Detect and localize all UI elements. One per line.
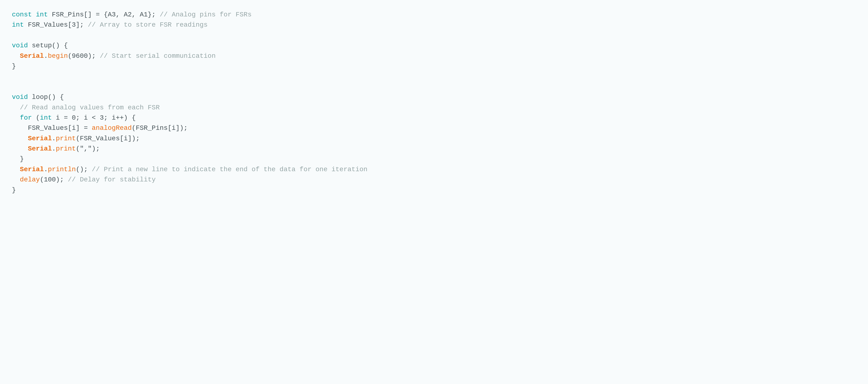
code-line: delay(100); // Delay for stability [12,175,856,185]
code-segment-normal: . [44,52,48,60]
code-segment-normal: . [44,166,48,173]
code-segment-normal: } [12,155,24,163]
code-line: FSR_Values[i] = analogRead(FSR_Pins[i]); [12,123,856,133]
code-segment-normal: } [12,186,16,194]
code-line: void loop() { [12,92,856,102]
code-segment-normal: . [52,145,56,152]
code-segment-comment: // Array to store FSR readings [88,21,208,29]
code-segment-kw-type: for [20,114,32,121]
code-line: Serial.begin(9600); // Start serial comm… [12,51,856,61]
code-segment-normal: FSR_Values[i] = [12,124,92,132]
code-segment-normal: ( [32,114,40,121]
code-line: // Read analog values from each FSR [12,102,856,113]
code-editor: const int FSR_Pins[] = {A3, A2, A1}; // … [12,9,856,195]
code-segment-normal: i = 0; i < 3; i++) { [52,114,136,121]
code-segment-kw-type: void [12,93,28,101]
code-segment-kw-serial: Serial [28,145,52,152]
code-line: } [12,185,856,195]
code-segment-normal [12,145,28,152]
code-segment-normal [12,104,20,111]
code-line: for (int i = 0; i < 3; i++) { [12,113,856,123]
code-segment-kw-function: delay [20,176,40,183]
code-segment-kw-function: println [48,166,76,173]
code-line: Serial.print(FSR_Values[i]); [12,134,856,144]
code-segment-normal: . [52,135,56,142]
code-segment-comment: // Print a new line to indicate the end … [92,166,367,173]
code-segment-kw-serial: Serial [28,135,52,142]
code-segment-kw-type: int [12,21,24,29]
code-segment-kw-type: const int [12,11,48,18]
code-segment-comment: // Read analog values from each FSR [20,104,160,111]
code-segment-kw-function: print [56,145,76,152]
code-segment-normal [12,135,28,142]
code-segment-kw-type: void [12,42,28,49]
code-line: void setup() { [12,40,856,51]
code-segment-kw-type: int [40,114,52,121]
code-segment-normal: (9600); [68,52,100,60]
code-segment-kw-serial: Serial [20,52,44,60]
code-segment-normal: (FSR_Pins[i]); [132,124,188,132]
code-line: const int FSR_Pins[] = {A3, A2, A1}; // … [12,9,856,20]
code-segment-normal [12,52,20,60]
code-segment-kw-function: analogRead [92,124,132,132]
code-segment-normal: setup() { [28,42,68,49]
code-segment-kw-function: begin [48,52,68,60]
code-segment-comment: // Delay for stability [68,176,156,183]
code-segment-normal [12,176,20,183]
code-segment-comment: // Analog pins for FSRs [160,11,251,18]
code-segment-kw-serial: Serial [20,166,44,173]
code-line: Serial.println(); // Print a new line to… [12,164,856,175]
code-line: } [12,61,856,71]
code-segment-kw-function: print [56,135,76,142]
code-blank-line [12,71,856,82]
code-segment-normal: (100); [40,176,68,183]
code-segment-normal: FSR_Values[3]; [24,21,88,29]
code-segment-comment: // Start serial communication [100,52,216,60]
code-segment-normal: (FSR_Values[i]); [76,135,140,142]
code-segment-normal: } [12,62,16,70]
code-segment-normal: (","); [76,145,100,152]
code-line: Serial.print(","); [12,144,856,154]
code-line: int FSR_Values[3]; // Array to store FSR… [12,20,856,30]
code-segment-normal: loop() { [28,93,64,101]
code-segment-normal: (); [76,166,92,173]
code-blank-line [12,82,856,92]
code-blank-line [12,30,856,40]
code-segment-normal: FSR_Pins[] = {A3, A2, A1}; [48,11,159,18]
code-segment-normal [12,166,20,173]
code-line: } [12,154,856,164]
code-segment-normal [12,114,20,121]
